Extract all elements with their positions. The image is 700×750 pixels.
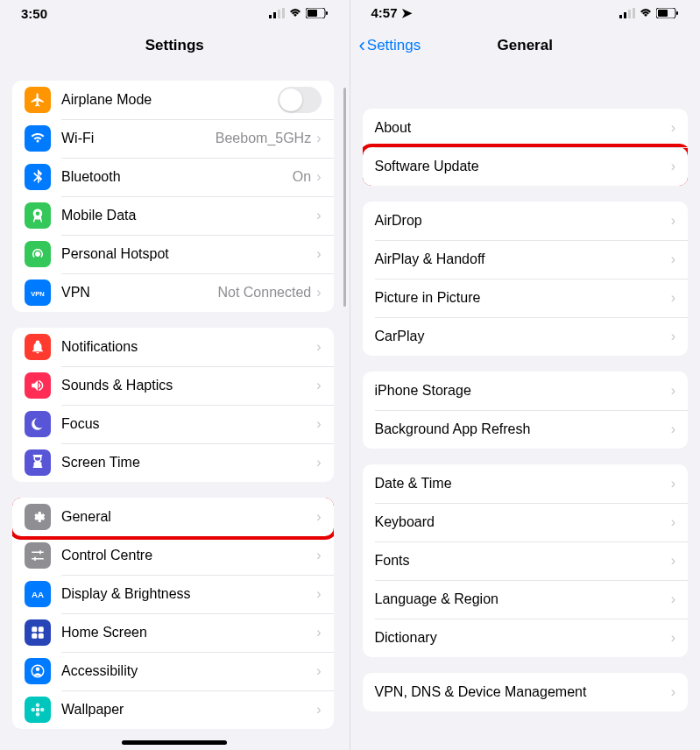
sliders-icon (25, 542, 51, 569)
row-label: Dictionary (375, 630, 671, 646)
status-bar: 4:57 ➤ (350, 0, 701, 26)
row-language[interactable]: Language & Region› (363, 580, 689, 619)
svg-rect-11 (32, 633, 37, 639)
svg-rect-2 (278, 10, 280, 18)
row-vpn-device[interactable]: VPN, DNS & Device Management› (363, 673, 689, 711)
row-label: Accessibility (61, 663, 316, 679)
row-label: Bluetooth (61, 169, 293, 185)
row-fonts[interactable]: Fonts› (363, 541, 689, 580)
row-airdrop[interactable]: AirDrop› (363, 202, 689, 240)
row-label: Notifications (61, 339, 316, 355)
chevron-right-icon: › (316, 208, 321, 223)
settings-content[interactable]: Airplane ModeWi-FiBeebom_5GHz›BluetoothO… (0, 65, 350, 750)
battery-icon (306, 8, 329, 18)
scrollbar[interactable] (343, 88, 346, 307)
row-control-centre[interactable]: Control Centre› (12, 536, 334, 575)
settings-group: Airplane ModeWi-FiBeebom_5GHz›BluetoothO… (12, 81, 334, 312)
chevron-right-icon: › (316, 663, 321, 679)
row-pip[interactable]: Picture in Picture› (363, 279, 689, 317)
chevron-right-icon: › (316, 285, 321, 301)
row-general[interactable]: General› (12, 498, 334, 536)
row-storage[interactable]: iPhone Storage› (363, 371, 689, 410)
row-label: VPN (61, 285, 217, 301)
row-about[interactable]: About› (363, 109, 689, 147)
chevron-right-icon: › (316, 625, 321, 640)
vpn-icon: VPN (25, 279, 51, 306)
row-keyboard[interactable]: Keyboard› (363, 503, 689, 541)
chevron-right-icon: › (316, 455, 321, 471)
row-accessibility[interactable]: Accessibility› (12, 652, 334, 690)
chevron-right-icon: › (671, 630, 675, 646)
svg-point-19 (40, 708, 45, 712)
general-content[interactable]: About›Software Update›AirDrop›AirPlay & … (350, 65, 701, 750)
svg-rect-10 (39, 626, 44, 632)
chevron-right-icon: › (316, 339, 321, 355)
row-software-update[interactable]: Software Update› (363, 147, 689, 186)
row-hotspot[interactable]: Personal Hotspot› (12, 235, 334, 273)
antenna-icon (25, 202, 51, 229)
settings-group: VPN, DNS & Device Management› (363, 673, 689, 711)
svg-rect-23 (633, 8, 635, 18)
row-home-screen[interactable]: Home Screen› (12, 613, 334, 652)
row-wifi[interactable]: Wi-FiBeebom_5GHz› (12, 119, 334, 158)
row-display[interactable]: AADisplay & Brightness› (12, 575, 334, 613)
row-notifications[interactable]: Notifications› (12, 328, 334, 366)
airplane-switch[interactable] (278, 87, 322, 113)
svg-rect-22 (628, 10, 631, 18)
chevron-right-icon: › (316, 586, 321, 602)
back-button[interactable]: ‹ Settings (359, 36, 421, 55)
row-screen-time[interactable]: Screen Time› (12, 443, 334, 482)
row-mobile-data[interactable]: Mobile Data› (12, 196, 334, 235)
status-bar: 3:50 (0, 0, 350, 26)
grid-icon (25, 619, 51, 646)
settings-group: General›Control Centre›AADisplay & Brigh… (12, 498, 334, 729)
row-wallpaper[interactable]: Wallpaper› (12, 690, 334, 729)
chevron-right-icon: › (671, 213, 675, 229)
settings-screen: 3:50 Settings Airplane ModeWi-FiBeebom_5… (0, 0, 350, 750)
row-label: Wi-Fi (61, 131, 216, 146)
row-dictionary[interactable]: Dictionary› (363, 619, 689, 657)
row-label: Mobile Data (61, 208, 316, 223)
row-label: General (61, 509, 316, 525)
row-label: Picture in Picture (375, 290, 671, 306)
chevron-right-icon: › (316, 378, 321, 393)
location-icon: ➤ (401, 5, 413, 21)
row-vpn[interactable]: VPNVPNNot Connected› (12, 273, 334, 312)
moon-icon (25, 411, 51, 437)
row-label: Software Update (375, 159, 671, 174)
row-sounds[interactable]: Sounds & Haptics› (12, 366, 334, 405)
bluetooth-icon (25, 164, 51, 190)
svg-point-14 (36, 668, 40, 672)
row-label: Sounds & Haptics (61, 378, 316, 393)
flower-icon (25, 697, 51, 723)
row-background-refresh[interactable]: Background App Refresh› (363, 410, 689, 449)
row-label: AirPlay & Handoff (375, 251, 671, 267)
page-title: Settings (145, 37, 204, 54)
row-focus[interactable]: Focus› (12, 405, 334, 443)
svg-rect-12 (39, 633, 44, 639)
row-value: Beebom_5GHz (216, 131, 311, 146)
nav-bar: Settings (0, 26, 350, 65)
row-carplay[interactable]: CarPlay› (363, 317, 689, 356)
home-indicator[interactable] (122, 740, 227, 745)
row-airplay[interactable]: AirPlay & Handoff› (363, 240, 689, 279)
row-label: Personal Hotspot (61, 246, 316, 262)
chevron-right-icon: › (671, 159, 675, 174)
row-label: Control Centre (61, 548, 316, 563)
row-label: Wallpaper (61, 702, 316, 718)
svg-rect-6 (326, 11, 328, 15)
row-date-time[interactable]: Date & Time› (363, 464, 689, 503)
wifi-icon (288, 8, 302, 18)
status-time: 3:50 (21, 6, 47, 21)
chevron-right-icon: › (671, 329, 675, 344)
svg-rect-1 (273, 12, 276, 18)
row-bluetooth[interactable]: BluetoothOn› (12, 158, 334, 196)
chevron-right-icon: › (671, 290, 675, 306)
svg-rect-21 (624, 12, 626, 18)
cellular-signal-icon (269, 8, 285, 18)
chevron-right-icon: › (671, 514, 675, 530)
chevron-right-icon: › (671, 421, 675, 437)
row-airplane[interactable]: Airplane Mode (12, 81, 334, 119)
chevron-right-icon: › (316, 169, 321, 185)
svg-rect-25 (658, 10, 668, 17)
